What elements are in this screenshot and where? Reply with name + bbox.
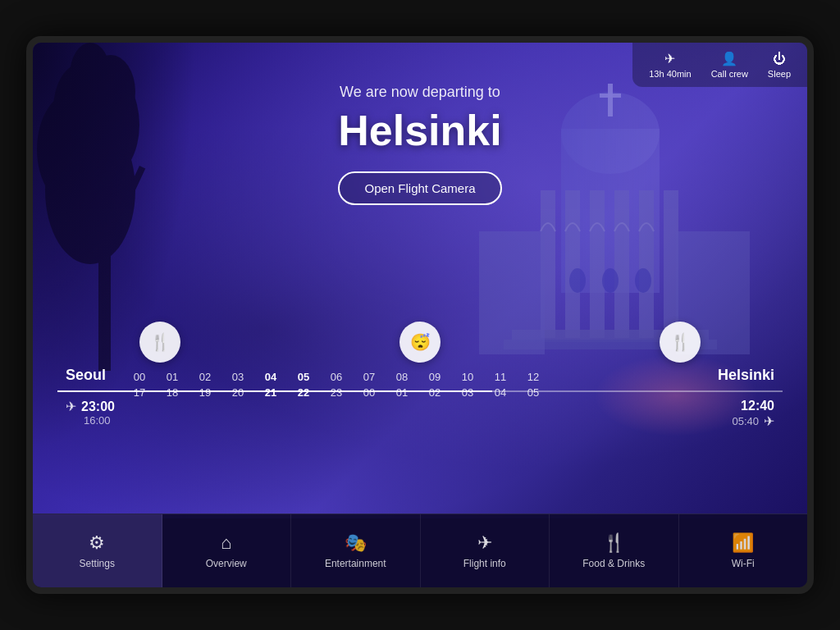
hour-cell: 05	[517, 386, 550, 399]
hour-cell: 07	[353, 371, 386, 383]
hour-cell: 00	[123, 371, 156, 383]
waypoint-icon-right: 🍴	[660, 322, 701, 363]
flight-duration-widget[interactable]: ✈ 13h 40min	[649, 51, 691, 79]
settings-icon: ⚙	[89, 532, 105, 554]
nav-label-wifi: Wi-Fi	[732, 558, 755, 569]
hour-cell: 01	[156, 371, 189, 383]
hour-cell: 17	[123, 386, 156, 399]
sleep-icon: ⏻	[773, 52, 786, 66]
route-icons-row: 🍴 😴 🍴	[57, 322, 783, 363]
depart-time: 23:00	[81, 399, 115, 414]
nav-label-entertainment: Entertainment	[325, 558, 386, 569]
waypoint-icon-left: 🍴	[139, 322, 180, 363]
waypoint-icon-center: 😴	[399, 322, 441, 363]
hour-cell-active: 21	[254, 386, 287, 399]
hour-cell: 12	[517, 371, 550, 383]
svg-point-25	[569, 268, 586, 293]
sleep-widget[interactable]: ⏻ Sleep	[768, 52, 791, 79]
hour-cell: 00	[353, 386, 386, 399]
nav-item-flight-info[interactable]: ✈ Flight info	[421, 514, 550, 587]
nav-label-settings: Settings	[80, 558, 115, 569]
nav-item-settings[interactable]: ⚙ Settings	[33, 514, 162, 587]
svg-rect-18	[614, 190, 629, 338]
hour-cell: 18	[156, 386, 189, 399]
arrive-times: 12:40 05:40 ✈	[732, 399, 774, 429]
hours-grid: 00 01 02 03 04 05 06 07 08 09 10 11 12 1…	[33, 371, 807, 399]
hour-cell: 03	[221, 371, 254, 383]
overview-icon: ⌂	[221, 532, 231, 554]
nav-label-food-drinks: Food & Drinks	[582, 558, 645, 569]
hours-top-cells: 00 01 02 03 04 05 06 07 08 09 10 11 12	[123, 371, 783, 383]
call-crew-icon: 👤	[721, 51, 737, 66]
depart-plane-icon: ✈	[66, 399, 76, 414]
hours-top-row: 00 01 02 03 04 05 06 07 08 09 10 11 12	[57, 371, 783, 383]
arrive-local-time: 05:40	[732, 415, 759, 427]
hour-cell: 02	[189, 371, 221, 383]
hour-cell: 01	[386, 386, 418, 399]
screen: ✈ 13h 40min 👤 Call crew ⏻ Sleep We are n…	[26, 36, 814, 594]
hour-cell-active: 04	[254, 371, 287, 383]
hero-content: We are now departing to Helsinki Open Fl…	[33, 84, 807, 205]
top-bar: ✈ 13h 40min 👤 Call crew ⏻ Sleep	[632, 43, 807, 87]
flight-duration-icon: ✈	[664, 51, 675, 66]
departing-text: We are now departing to	[33, 84, 807, 101]
nav-label-flight-info: Flight info	[463, 558, 506, 569]
hour-cell: 03	[451, 386, 484, 399]
call-crew-widget[interactable]: 👤 Call crew	[711, 51, 748, 79]
hours-bottom-cells: 17 18 19 20 21 22 23 00 01 02 03 04 05	[123, 386, 783, 399]
svg-rect-17	[590, 190, 605, 338]
hour-cell: 11	[484, 371, 517, 383]
nav-label-overview: Overview	[206, 558, 247, 569]
bottom-navigation: ⚙ Settings ⌂ Overview 🎭 Entertainment ✈ …	[33, 514, 807, 587]
hours-bottom-row: 17 18 19 20 21 22 23 00 01 02 03 04 05	[57, 386, 783, 399]
depart-times: ✈ 23:00 16:00	[66, 399, 115, 429]
svg-point-26	[602, 268, 619, 293]
sleep-label: Sleep	[768, 69, 791, 79]
call-crew-label: Call crew	[711, 69, 748, 79]
hour-cell-active: 22	[287, 386, 320, 399]
hour-cell-active: 05	[287, 371, 320, 383]
nav-item-entertainment[interactable]: 🎭 Entertainment	[291, 514, 421, 587]
nav-item-wifi[interactable]: 📶 Wi-Fi	[679, 514, 808, 587]
hour-cell: 10	[451, 371, 484, 383]
hour-cell: 06	[320, 371, 353, 383]
food-drinks-icon: 🍴	[603, 532, 625, 554]
hour-cell: 08	[386, 371, 418, 383]
svg-point-27	[635, 268, 651, 293]
destination-text: Helsinki	[33, 106, 807, 155]
wifi-icon: 📶	[732, 532, 754, 554]
hour-cell: 09	[418, 371, 451, 383]
open-flight-camera-button[interactable]: Open Flight Camera	[338, 171, 501, 205]
svg-rect-19	[639, 190, 654, 338]
hour-cell: 19	[189, 386, 221, 399]
times-row: ✈ 23:00 16:00 12:40 05:40 ✈	[57, 399, 783, 429]
hour-cell: 23	[320, 386, 353, 399]
arrive-time: 12:40	[732, 399, 774, 413]
arrive-plane-icon: ✈	[764, 413, 774, 429]
hour-cell: 04	[484, 386, 517, 399]
nav-item-overview[interactable]: ⌂ Overview	[162, 514, 292, 587]
hour-cell: 20	[221, 386, 254, 399]
nav-item-food-drinks[interactable]: 🍴 Food & Drinks	[550, 514, 679, 587]
flight-info-icon: ✈	[477, 532, 492, 554]
depart-local-time: 16:00	[84, 414, 115, 427]
flight-duration-value: 13h 40min	[649, 69, 691, 79]
entertainment-icon: 🎭	[345, 532, 367, 554]
svg-rect-16	[565, 190, 580, 338]
hour-cell: 02	[418, 386, 451, 399]
